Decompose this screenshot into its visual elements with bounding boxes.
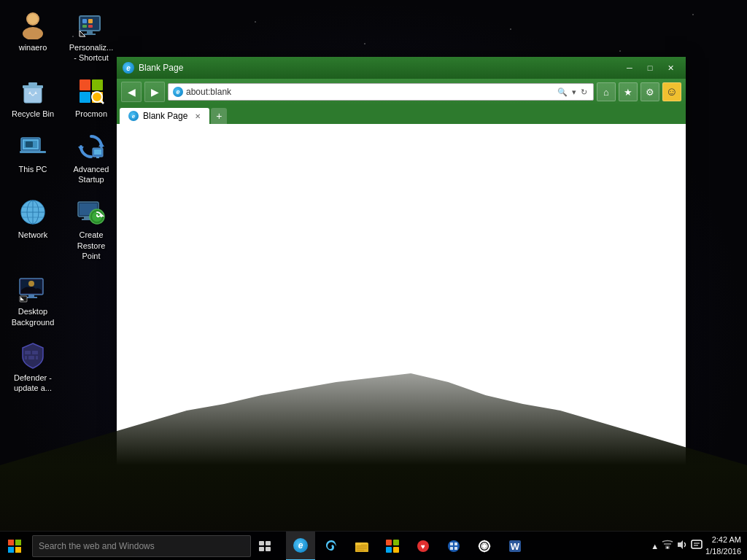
taskbar-ie-button[interactable]: e (286, 532, 315, 561)
address-bar[interactable]: e 🔍 ▾ ↻ (168, 83, 594, 101)
desktop-icon-winaero[interactable]: winaero (7, 7, 58, 66)
svg-rect-10 (88, 25, 93, 28)
winaero-label: winaero (19, 42, 47, 52)
svg-point-1 (23, 27, 43, 39)
svg-rect-70 (393, 540, 399, 545)
desktop-icon-procmon[interactable]: Procmon (66, 74, 117, 122)
taskbar-store-button[interactable] (378, 532, 407, 561)
desktop-icon-network[interactable]: Network (7, 195, 58, 264)
defender-label: Defender - update a... (10, 373, 55, 394)
start-button[interactable] (0, 532, 29, 561)
svg-rect-76 (450, 542, 453, 545)
browser-window: e Blank Page ─ □ ✕ ◀ ▶ e 🔍 ▾ ↻ ⌂ (117, 57, 686, 487)
active-tab[interactable]: e Blank Page ✕ (120, 108, 209, 124)
address-dropdown-button[interactable]: ▾ (570, 86, 578, 98)
browser-toolbar: ◀ ▶ e 🔍 ▾ ↻ ⌂ ★ ⚙ ☺ (117, 79, 686, 105)
taskbar-app2-button[interactable] (439, 532, 468, 561)
clock-time: 2:42 AM (705, 534, 741, 545)
svg-point-75 (448, 540, 460, 552)
icon-row-3: This PC (7, 129, 117, 188)
svg-point-80 (482, 544, 487, 548)
svg-rect-56 (28, 356, 34, 359)
procmon-label: Procmon (75, 109, 107, 119)
svg-rect-50 (28, 295, 34, 297)
defender-icon (18, 341, 47, 370)
svg-rect-39 (84, 217, 90, 219)
system-tray: ▲ (651, 534, 747, 557)
taskbar-app1-button[interactable]: ♥ (409, 532, 438, 561)
svg-rect-13 (28, 82, 37, 85)
advanced-startup-label: Advanced Startup (69, 164, 114, 185)
svg-rect-11 (24, 87, 42, 103)
svg-rect-12 (23, 85, 43, 88)
svg-rect-57 (25, 356, 27, 359)
svg-rect-24 (26, 141, 33, 147)
svg-rect-4 (87, 31, 93, 34)
start-icon-yellow (15, 547, 21, 553)
smiley-button[interactable]: ☺ (662, 82, 681, 101)
taskbar-word-button[interactable]: W (500, 532, 530, 561)
minimize-button[interactable]: ─ (620, 61, 639, 75)
personalize-label: Personaliz... - Shortcut (69, 42, 114, 63)
svg-point-2 (28, 14, 38, 24)
icon-row-5: Desktop Background (7, 271, 117, 330)
maximize-button[interactable]: □ (640, 61, 659, 75)
desktop-icon-this-pc[interactable]: This PC (7, 129, 58, 188)
svg-rect-59 (259, 541, 264, 545)
home-button[interactable]: ⌂ (597, 82, 616, 101)
svg-rect-66 (357, 545, 367, 547)
svg-rect-60 (266, 541, 271, 545)
tab-label: Blank Page (143, 111, 187, 121)
show-hidden-icons-button[interactable]: ▲ (651, 542, 659, 551)
desktop-icon-restore-point[interactable]: Create Restore Point (66, 195, 117, 264)
network-tray-icon[interactable] (662, 540, 673, 552)
new-tab-button[interactable]: + (211, 108, 227, 124)
favorites-button[interactable]: ★ (619, 82, 638, 101)
winaero-icon (18, 10, 47, 39)
svg-rect-65 (355, 542, 361, 545)
this-pc-icon (18, 132, 47, 161)
svg-text:♥: ♥ (421, 542, 425, 551)
taskbar-edge-button[interactable] (317, 532, 346, 561)
forward-button[interactable]: ▶ (144, 82, 165, 102)
desktop-icons-container: winaero (7, 7, 117, 397)
icon-row-6: Defender - update a... (7, 338, 117, 397)
start-icon-red (8, 540, 14, 545)
tab-close-button[interactable]: ✕ (195, 112, 201, 120)
desktop-icon-recycle-bin[interactable]: Recycle Bin (7, 74, 58, 122)
desktop-icon-personalize[interactable]: Personaliz... - Shortcut (66, 7, 117, 66)
svg-rect-28 (94, 149, 101, 155)
taskbar-settings-button[interactable] (470, 532, 499, 561)
svg-point-87 (667, 547, 669, 549)
svg-rect-67 (357, 548, 367, 549)
desktop-icon-defender[interactable]: Defender - update a... (7, 338, 58, 397)
svg-rect-68 (357, 550, 364, 551)
action-center-icon[interactable] (691, 540, 703, 552)
svg-rect-86 (664, 543, 671, 545)
tools-button[interactable]: ⚙ (640, 82, 659, 101)
ie-logo-title: e (123, 62, 134, 74)
search-button[interactable]: 🔍 (556, 86, 569, 98)
system-clock[interactable]: 2:42 AM 1/18/2016 (705, 534, 741, 557)
svg-rect-51 (26, 297, 37, 298)
browser-tabs: e Blank Page ✕ + (117, 105, 686, 124)
taskbar-search[interactable]: Search the web and Windows (32, 535, 251, 557)
back-button[interactable]: ◀ (121, 82, 142, 102)
taskbar-explorer-button[interactable] (347, 532, 376, 561)
desktop-icon-desktop-bg[interactable]: Desktop Background (7, 271, 58, 330)
close-button[interactable]: ✕ (661, 61, 680, 75)
advanced-startup-icon (77, 132, 106, 161)
refresh-button[interactable]: ↻ (579, 86, 589, 98)
address-bar-ie-icon: e (173, 87, 183, 97)
task-view-button[interactable] (251, 532, 280, 561)
svg-rect-61 (259, 547, 264, 551)
browser-title: e Blank Page (123, 62, 183, 74)
start-icon-green (15, 540, 21, 545)
desktop-icon-advanced-startup[interactable]: Advanced Startup (66, 129, 117, 188)
svg-rect-8 (88, 19, 93, 23)
volume-tray-icon[interactable] (676, 540, 688, 552)
url-input[interactable] (186, 87, 553, 97)
svg-rect-62 (266, 547, 271, 551)
recycle-bin-icon (18, 77, 47, 106)
svg-rect-7 (82, 19, 87, 23)
